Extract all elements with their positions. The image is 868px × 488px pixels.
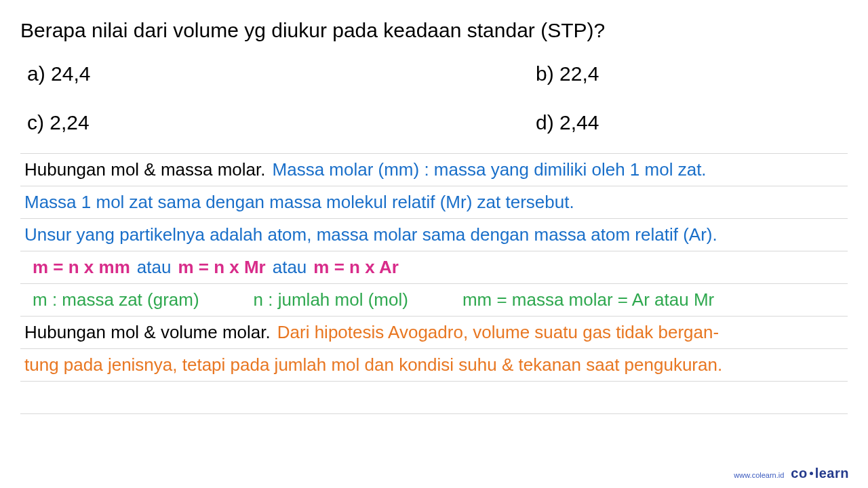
formula-segment: m = n x mm <box>33 255 130 279</box>
notes-block: Hubungan mol & massa molar. Massa molar … <box>20 153 848 447</box>
text-segment: atau <box>137 255 172 279</box>
text-segment: tung pada jenisnya, tetapi pada jumlah m… <box>24 352 722 377</box>
option-b: b) 22,4 <box>448 62 848 85</box>
option-c: c) 2,24 <box>27 111 427 134</box>
text-segment: atau <box>273 255 307 279</box>
text-segment: Dari hipotesis Avogadro, volume suatu ga… <box>277 320 719 344</box>
legend-segment: mm = massa molar = Ar atau Mr <box>462 287 714 312</box>
footer-url: www.colearn.id <box>734 471 784 479</box>
brand-left: co <box>791 466 807 481</box>
note-line-5: m : massa zat (gram) n : jumlah mol (mol… <box>20 284 848 317</box>
note-line-empty <box>20 382 848 414</box>
question-heading: Berapa nilai dari volume yg diukur pada … <box>20 19 848 42</box>
note-line-empty <box>20 414 848 447</box>
brand-right: learn <box>815 466 849 481</box>
note-line-6: Hubungan mol & volume molar. Dari hipote… <box>20 317 848 349</box>
note-line-7: tung pada jenisnya, tetapi pada jumlah m… <box>20 349 848 382</box>
option-d: d) 2,44 <box>448 111 848 134</box>
note-line-3: Unsur yang partikelnya adalah atom, mass… <box>20 219 848 251</box>
text-segment: Hubungan mol & volume molar. <box>24 320 271 344</box>
text-segment: Massa 1 mol zat sama dengan massa moleku… <box>24 190 574 214</box>
dot-icon <box>810 472 813 475</box>
option-a: a) 24,4 <box>27 62 427 85</box>
legend-segment: n : jumlah mol (mol) <box>254 287 408 312</box>
text-segment: Massa molar (mm) : massa yang dimiliki o… <box>273 157 707 182</box>
footer: www.colearn.id colearn <box>734 466 849 481</box>
note-line-2: Massa 1 mol zat sama dengan massa moleku… <box>20 186 848 219</box>
brand-logo: colearn <box>791 466 849 481</box>
note-line-4: m = n x mm atau m = n x Mr atau m = n x … <box>20 251 848 284</box>
formula-segment: m = n x Ar <box>313 255 398 279</box>
formula-segment: m = n x Mr <box>178 255 265 279</box>
options-grid: a) 24,4 b) 22,4 c) 2,24 d) 2,44 <box>20 62 848 134</box>
legend-segment: m : massa zat (gram) <box>33 287 199 312</box>
text-segment: Hubungan mol & massa molar. <box>24 157 266 182</box>
note-line-1: Hubungan mol & massa molar. Massa molar … <box>20 154 848 186</box>
text-segment: Unsur yang partikelnya adalah atom, mass… <box>24 222 717 247</box>
